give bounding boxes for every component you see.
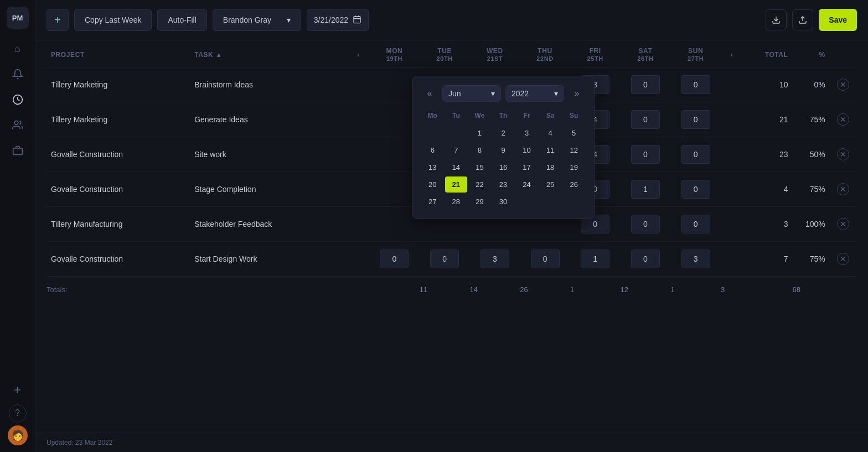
total-cell: 10 — [742, 67, 793, 102]
cal-day[interactable]: 13 — [421, 159, 444, 175]
user-avatar[interactable]: 🧑 — [8, 425, 28, 445]
cal-day[interactable]: 4 — [539, 125, 562, 141]
wed-cell[interactable]: 3 — [469, 242, 520, 277]
tue-cell[interactable]: 0 — [420, 242, 470, 277]
save-button[interactable]: Save — [819, 9, 857, 31]
col-tue: Tue20th — [420, 40, 470, 67]
cal-day[interactable]: 30 — [492, 194, 515, 210]
cal-day[interactable]: 25 — [539, 176, 562, 193]
cal-day[interactable]: 18 — [539, 159, 562, 175]
sun-cell[interactable]: 0 — [670, 102, 721, 137]
remove-button[interactable]: ✕ — [837, 218, 849, 230]
cal-day[interactable]: 21 — [445, 176, 468, 193]
project-cell: Govalle Construction — [46, 137, 190, 172]
remove-cell[interactable]: ✕ — [830, 207, 857, 242]
sun-cell[interactable]: 3 — [670, 242, 721, 277]
sidebar-item-time[interactable] — [7, 89, 29, 111]
sidebar-item-help[interactable]: ? — [9, 404, 27, 422]
sun-cell[interactable]: 0 — [670, 67, 721, 102]
download-button[interactable] — [766, 9, 787, 30]
cal-day[interactable]: 29 — [468, 194, 491, 210]
remove-button[interactable]: ✕ — [837, 253, 849, 265]
remove-button[interactable]: ✕ — [837, 79, 849, 91]
cal-day[interactable]: 10 — [515, 142, 538, 158]
cal-day[interactable]: 26 — [562, 176, 585, 193]
nav-right-cell — [721, 67, 742, 102]
cal-day[interactable]: 17 — [515, 159, 538, 175]
remove-button[interactable]: ✕ — [837, 183, 849, 195]
col-nav-left[interactable]: ‹ — [348, 40, 369, 67]
cal-day[interactable]: 14 — [445, 159, 468, 175]
nav-cell — [348, 207, 369, 242]
cal-prev-button[interactable]: « — [421, 85, 438, 102]
cal-day[interactable]: 8 — [468, 142, 491, 158]
share-button[interactable] — [792, 9, 813, 30]
remove-button[interactable]: ✕ — [837, 148, 849, 160]
svg-rect-2 — [13, 148, 22, 155]
cal-day[interactable]: 2 — [492, 125, 515, 141]
col-task[interactable]: TASK ▲ — [190, 40, 348, 67]
sidebar-item-users[interactable] — [7, 114, 29, 136]
col-nav-right[interactable]: › — [721, 40, 742, 67]
fri-cell[interactable]: 1 — [570, 242, 621, 277]
sidebar-item-projects[interactable] — [7, 139, 29, 162]
totals-thu: 26 — [520, 277, 570, 294]
sat-cell[interactable]: 0 — [621, 207, 671, 242]
calendar-grid: MoTuWeThFrSaSu12345678910111213141516171… — [421, 110, 585, 210]
cal-year-value: 2022 — [512, 89, 529, 98]
cal-day[interactable]: 15 — [468, 159, 491, 175]
cal-day[interactable]: 12 — [562, 142, 585, 158]
cal-day[interactable]: 7 — [445, 142, 468, 158]
sat-cell[interactable]: 0 — [621, 67, 671, 102]
cal-day[interactable]: 24 — [515, 176, 538, 193]
sat-cell[interactable]: 0 — [621, 102, 671, 137]
task-cell: Generate Ideas — [190, 102, 348, 137]
sidebar-item-add[interactable]: + — [7, 379, 29, 401]
remove-cell[interactable]: ✕ — [830, 137, 857, 172]
cal-next-button[interactable]: » — [569, 85, 585, 102]
remove-cell[interactable]: ✕ — [830, 102, 857, 137]
footer: Updated: 23 Mar 2022 — [35, 433, 868, 452]
sidebar-item-home[interactable]: ⌂ — [7, 38, 29, 60]
totals-fri: 1 — [570, 277, 621, 294]
cal-day[interactable]: 19 — [562, 159, 585, 175]
cal-day[interactable]: 23 — [492, 176, 515, 193]
totals-spacer — [348, 277, 369, 294]
cal-day[interactable]: 16 — [492, 159, 515, 175]
cal-day[interactable]: 27 — [421, 194, 444, 210]
remove-button[interactable]: ✕ — [837, 113, 849, 126]
sun-cell[interactable]: 0 — [670, 172, 721, 207]
cal-day[interactable]: 6 — [421, 142, 444, 158]
date-picker[interactable]: 3/21/2022 — [307, 9, 369, 31]
add-button[interactable]: + — [46, 9, 69, 31]
remove-cell[interactable]: ✕ — [830, 67, 857, 102]
cal-day — [539, 194, 562, 210]
sidebar-item-notifications[interactable] — [7, 63, 29, 85]
cal-day[interactable]: 28 — [445, 194, 468, 210]
sun-cell[interactable]: 0 — [670, 137, 721, 172]
cal-day[interactable]: 1 — [468, 125, 491, 141]
sat-cell[interactable]: 1 — [621, 172, 671, 207]
remove-cell[interactable]: ✕ — [830, 242, 857, 277]
remove-cell[interactable]: ✕ — [830, 172, 857, 207]
sat-cell[interactable]: 0 — [621, 137, 671, 172]
cal-day[interactable]: 9 — [492, 142, 515, 158]
sat-cell[interactable]: 0 — [621, 242, 671, 277]
cal-month-selector[interactable]: Jun ▾ — [442, 85, 501, 102]
cal-day[interactable]: 20 — [421, 176, 444, 193]
sun-cell[interactable]: 0 — [670, 207, 721, 242]
mon-cell[interactable]: 0 — [369, 242, 420, 277]
table-row: Govalle Construction Start Design Work 0… — [46, 242, 857, 277]
auto-fill-button[interactable]: Auto-Fill — [157, 9, 206, 31]
cal-day[interactable]: 22 — [468, 176, 491, 193]
copy-last-week-button[interactable]: Copy Last Week — [74, 9, 152, 31]
user-selector[interactable]: Brandon Gray ▾ — [213, 9, 301, 31]
cal-day-header: Fr — [515, 110, 538, 124]
cal-day-header: We — [468, 110, 491, 124]
cal-year-selector[interactable]: 2022 ▾ — [505, 85, 564, 102]
cal-day[interactable]: 11 — [539, 142, 562, 158]
cal-day[interactable]: 5 — [562, 125, 585, 141]
thu-cell[interactable]: 0 — [520, 242, 570, 277]
pct-cell: 75% — [793, 172, 830, 207]
cal-day[interactable]: 3 — [515, 125, 538, 141]
